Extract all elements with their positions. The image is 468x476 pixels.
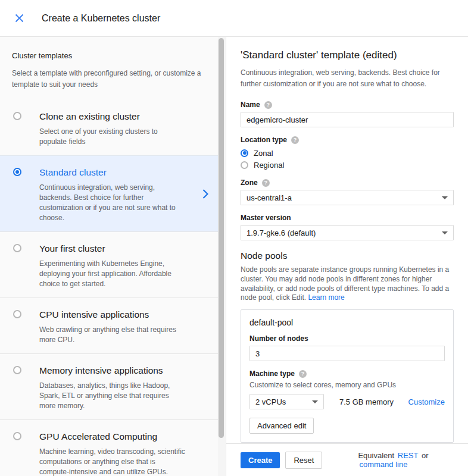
template-description: Select one of your existing clusters to … (39, 127, 187, 147)
radio-unselected-icon[interactable] (13, 366, 21, 374)
zone-select[interactable]: us-central1-a (241, 190, 454, 205)
machine-type-label: Machine type (249, 369, 295, 378)
machine-type-select[interactable]: 2 vCPUs (249, 394, 324, 409)
template-title: Your first cluster (39, 243, 198, 255)
customize-link[interactable]: Customize (408, 397, 445, 406)
location-regional-radio[interactable]: Regional (241, 159, 454, 171)
template-item-memory-intensive[interactable]: Memory intensive applications Databases,… (0, 353, 218, 419)
number-of-nodes-input[interactable] (249, 346, 445, 361)
sidebar-intro: Select a template with preconfigured set… (12, 68, 212, 90)
radio-unselected-icon[interactable] (13, 310, 21, 318)
dropdown-caret-icon (442, 231, 448, 234)
radio-unselected-icon[interactable] (13, 244, 21, 252)
template-title: Memory intensive applications (39, 365, 198, 377)
template-description: Machine learning, video transcoding, sci… (39, 447, 187, 476)
default-pool-card: default-pool Number of nodes Machine typ… (241, 309, 454, 443)
rest-link[interactable]: REST (398, 451, 419, 460)
radio-selected-icon[interactable] (13, 168, 21, 176)
cluster-templates-sidebar: Cluster templates Select a template with… (0, 37, 226, 476)
number-of-nodes-label: Number of nodes (249, 334, 308, 343)
equivalent-text: Equivalent REST or command line (358, 451, 454, 469)
master-version-label: Master version (241, 214, 291, 222)
command-line-link[interactable]: command line (359, 460, 407, 469)
location-type-label: Location type (241, 136, 287, 144)
template-description: Web crawling or anything else that requi… (39, 325, 187, 345)
template-item-cpu-intensive[interactable]: CPU intensive applications Web crawling … (0, 298, 218, 353)
dropdown-caret-icon (312, 400, 318, 403)
help-icon[interactable]: ? (291, 136, 299, 144)
node-pools-heading: Node pools (241, 250, 454, 261)
template-item-clone-existing[interactable]: Clone an existing cluster Select one of … (0, 100, 218, 155)
action-bar: Create Reset Equivalent REST or command … (226, 443, 468, 476)
template-description: Experimenting with Kubernetes Engine, de… (39, 259, 187, 289)
radio-unselected-icon[interactable] (13, 112, 21, 120)
template-title: Clone an existing cluster (39, 111, 198, 123)
radio-selected-icon (241, 149, 248, 157)
advanced-edit-button[interactable]: Advanced edit (249, 418, 314, 434)
template-detail-title: 'Standard cluster' template (edited) (241, 49, 454, 62)
create-button[interactable]: Create (241, 452, 280, 468)
help-icon[interactable]: ? (264, 101, 272, 109)
radio-unselected-icon (241, 161, 248, 169)
template-title: Standard cluster (39, 167, 198, 178)
machine-type-hint: Customize to select cores, memory and GP… (249, 381, 445, 389)
template-detail-subtitle: Continuous integration, web serving, bac… (241, 67, 454, 90)
template-item-standard-cluster[interactable]: Standard cluster Continuous integration,… (0, 155, 218, 231)
memory-value: 7.5 GB memory (339, 397, 394, 406)
template-detail-panel: 'Standard cluster' template (edited) Con… (226, 37, 468, 476)
sidebar-heading: Cluster templates (12, 51, 206, 60)
pool-name: default-pool (249, 318, 445, 327)
chevron-right-icon[interactable] (202, 189, 208, 201)
radio-unselected-icon[interactable] (13, 432, 21, 440)
template-description: Databases, analytics, things like Hadoop… (39, 381, 187, 411)
help-icon[interactable]: ? (299, 370, 307, 378)
template-item-gpu-accelerated[interactable]: GPU Accelerated Computing Machine learni… (0, 419, 218, 476)
dropdown-caret-icon (442, 196, 448, 199)
page-title: Create a Kubernetes cluster (42, 13, 160, 24)
dialog-header: Create a Kubernetes cluster (0, 0, 468, 37)
template-item-first-cluster[interactable]: Your first cluster Experimenting with Ku… (0, 231, 218, 298)
help-icon[interactable]: ? (262, 179, 270, 187)
sidebar-scrollbar-thumb[interactable] (219, 38, 224, 438)
name-label: Name (241, 101, 260, 109)
zone-label: Zone (241, 178, 258, 187)
close-icon[interactable] (12, 11, 26, 26)
reset-button[interactable]: Reset (285, 452, 322, 469)
location-zonal-radio[interactable]: Zonal (241, 147, 454, 159)
learn-more-link[interactable]: Learn more (308, 293, 344, 302)
template-list: Clone an existing cluster Select one of … (0, 100, 218, 476)
cluster-name-input[interactable] (241, 112, 454, 127)
master-version-select[interactable]: 1.9.7-gke.6 (default) (241, 225, 454, 240)
template-title: CPU intensive applications (39, 309, 198, 321)
sidebar-scrollbar-track[interactable] (218, 37, 225, 476)
template-description: Continuous integration, web serving, bac… (39, 183, 187, 223)
template-title: GPU Accelerated Computing (39, 431, 198, 443)
node-pools-description: Node pools are separate instance groups … (241, 265, 454, 303)
